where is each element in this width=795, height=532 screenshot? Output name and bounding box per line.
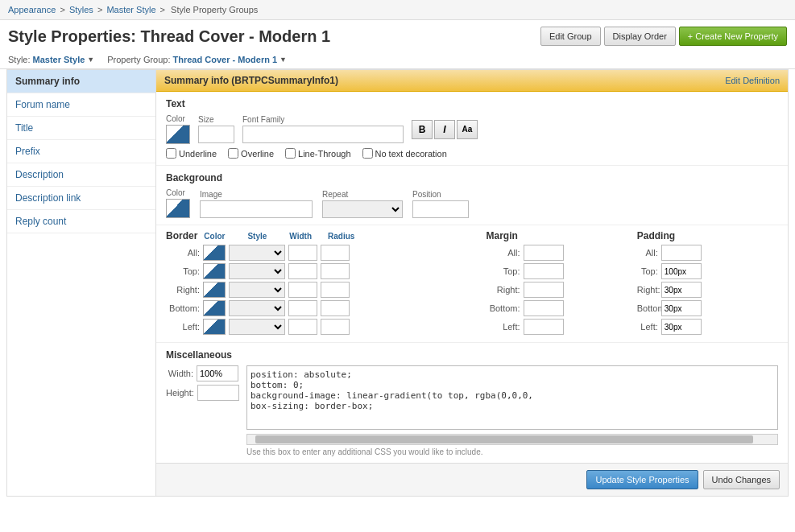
undo-changes-button[interactable]: Undo Changes [703,470,780,489]
breadcrumb-styles[interactable]: Styles [69,5,93,14]
width-row: Width: [166,365,238,381]
size-field-group: Size [198,115,234,143]
sidebar-item-prefix[interactable]: Prefix [7,140,155,163]
line-through-label[interactable]: Line-Through [285,148,350,159]
bg-color-button[interactable] [166,199,190,218]
padding-all-input[interactable] [661,245,702,261]
case-button[interactable]: Aa [457,120,478,139]
border-top-radius[interactable] [321,263,350,279]
italic-button[interactable]: I [434,120,455,139]
sidebar-item-reply-count[interactable]: Reply count [7,210,155,233]
no-decoration-checkbox[interactable] [362,148,373,159]
border-bottom-style[interactable]: soliddasheddotted [229,300,285,316]
breadcrumb-property-groups: Style Property Groups [171,5,258,14]
border-width-sub: Width [289,232,312,241]
sidebar-item-forum-name[interactable]: Forum name [7,93,155,117]
scrollbar-thumb [255,435,753,443]
text-section-title: Text [166,98,778,109]
height-input[interactable] [197,385,239,401]
edit-group-button[interactable]: Edit Group [540,27,601,46]
color-label: Color [166,114,190,123]
sidebar-item-description[interactable]: Description [7,163,155,187]
padding-col: Padding All: Top: Right: Bottom: [627,230,778,337]
bg-image-group: Image [200,190,313,218]
bg-color-label: Color [166,188,190,197]
border-bottom-color[interactable] [203,300,226,316]
style-value[interactable]: Master Style [33,55,85,64]
style-bar: Style: Master Style ▼ Property Group: Th… [0,51,795,69]
create-new-property-button[interactable]: + Create New Property [679,27,787,46]
css-scrollbar[interactable] [246,434,778,445]
margin-right-input[interactable] [524,282,564,298]
css-hint: Use this box to enter any additional CSS… [246,447,778,456]
border-bottom-width[interactable] [288,300,317,316]
border-left-width[interactable] [288,319,317,335]
style-dropdown-arrow[interactable]: ▼ [87,56,94,64]
border-all-color[interactable] [203,245,226,261]
breadcrumb: Appearance > Styles > Master Style > Sty… [0,0,795,20]
margin-top-input[interactable] [524,263,564,279]
misc-title: Miscellaneous [166,349,778,361]
page-title: Style Properties: Thread Cover - Modern … [8,27,330,46]
border-left-radius[interactable] [321,319,350,335]
group-value[interactable]: Thread Cover - Modern 1 [173,55,278,64]
section-title: Summary info (BRTPCSummaryInfo1) [164,75,338,86]
edit-definition-link[interactable]: Edit Definition [725,76,780,85]
sidebar-item-title[interactable]: Title [7,117,155,140]
border-all-width[interactable] [288,245,317,261]
border-right-style[interactable]: soliddasheddotted [229,282,285,298]
border-right-color[interactable] [203,282,226,298]
border-left-style[interactable]: soliddasheddotted [229,319,285,335]
border-all-style[interactable]: soliddasheddotted [229,245,285,261]
margin-right-row: Right: [487,282,627,298]
padding-left-input[interactable] [661,319,702,335]
underline-checkbox[interactable] [166,148,176,159]
bold-button[interactable]: B [412,120,433,139]
css-textarea[interactable]: position: absolute; bottom: 0; backgroun… [246,365,778,430]
border-all-radius[interactable] [321,245,350,261]
breadcrumb-master-style[interactable]: Master Style [106,5,155,14]
underline-label[interactable]: Underline [166,148,217,159]
margin-bottom-input[interactable] [524,300,564,316]
text-color-button[interactable] [166,125,190,144]
bg-image-input[interactable] [200,200,313,218]
width-input[interactable] [197,365,238,381]
border-right-width[interactable] [288,282,317,298]
no-decoration-label[interactable]: No text decoration [362,148,447,159]
padding-top-input[interactable] [661,263,702,279]
section-header: Summary info (BRTPCSummaryInfo1) Edit De… [156,70,788,92]
border-col: Border Color Style Width Radius All: sol… [166,230,477,337]
border-left-color[interactable] [203,319,226,335]
margin-all-input[interactable] [524,245,564,261]
sidebar-item-summary-info[interactable]: Summary info [7,70,155,93]
font-family-input[interactable] [242,126,404,143]
width-label: Width: [166,369,193,378]
border-right-radius[interactable] [321,282,350,298]
display-order-button[interactable]: Display Order [604,27,676,46]
margin-left-input[interactable] [524,319,564,335]
padding-right-input[interactable] [661,282,702,298]
overline-label[interactable]: Overline [228,148,274,159]
misc-section: Miscellaneous Width: Height: position: a… [156,343,788,463]
padding-left-row: Left: [637,319,778,335]
height-row: Height: [166,385,238,401]
border-bottom-radius[interactable] [321,300,350,316]
border-top-width[interactable] [288,263,317,279]
bg-repeat-group: Repeat no-repeat repeat repeat-x repeat-… [322,190,403,218]
sidebar-item-description-link[interactable]: Description link [7,187,155,210]
border-top-style[interactable]: soliddasheddotted [229,263,285,279]
padding-all-row: All: [637,245,778,261]
size-input[interactable] [198,126,234,143]
breadcrumb-appearance[interactable]: Appearance [8,5,56,14]
padding-right-row: Right: [637,282,778,298]
background-title: Background [166,172,778,184]
height-label: Height: [166,388,194,398]
bg-position-input[interactable] [412,200,469,218]
padding-bottom-input[interactable] [661,300,702,316]
update-style-properties-button[interactable]: Update Style Properties [586,470,698,489]
overline-checkbox[interactable] [228,148,238,159]
group-dropdown-arrow[interactable]: ▼ [279,56,287,64]
bg-repeat-select[interactable]: no-repeat repeat repeat-x repeat-y [322,200,403,218]
line-through-checkbox[interactable] [285,148,296,159]
border-top-color[interactable] [203,263,226,279]
